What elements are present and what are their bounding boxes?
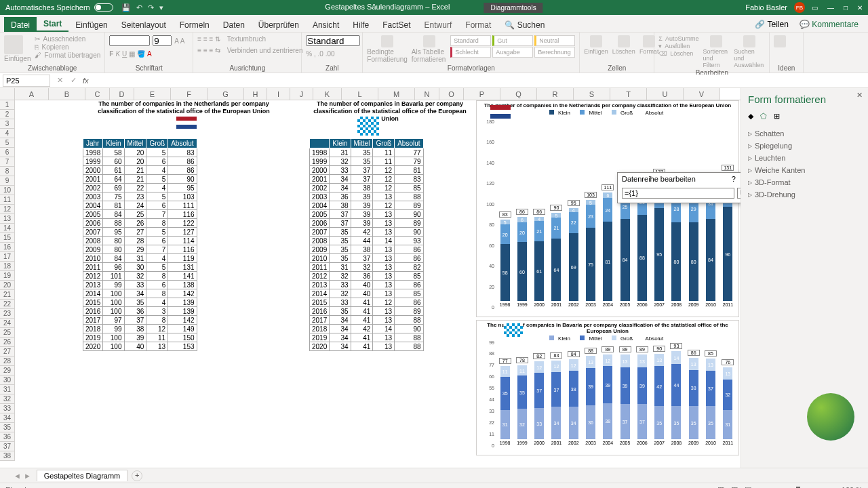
- col-header[interactable]: M: [378, 88, 415, 100]
- style-bad[interactable]: Schlecht: [450, 47, 491, 58]
- format-painter-button[interactable]: 🖌 Format übertragen: [35, 52, 100, 59]
- row-header[interactable]: 36: [0, 432, 15, 442]
- size-box[interactable]: [153, 35, 172, 46]
- row-header[interactable]: 25: [0, 328, 15, 338]
- edit-series-dialog[interactable]: Datenreihe bearbeiten ? ✕ ▦: [617, 172, 753, 203]
- pane-section[interactable]: Leuchten: [748, 152, 861, 164]
- table-row[interactable]: 201834421490: [310, 325, 424, 333]
- minimize-icon[interactable]: —: [827, 4, 834, 12]
- ideas-icon[interactable]: [774, 35, 786, 47]
- col-header[interactable]: O: [439, 88, 464, 100]
- row-header[interactable]: 13: [0, 214, 15, 224]
- tab-format[interactable]: Format: [458, 17, 498, 32]
- row-header[interactable]: 2: [0, 110, 15, 119]
- col-header[interactable]: I: [267, 88, 290, 100]
- row-header[interactable]: 5: [0, 138, 15, 148]
- formula-input[interactable]: [92, 75, 868, 87]
- save-icon[interactable]: 💾: [121, 3, 131, 12]
- conditional-format-icon[interactable]: [381, 35, 393, 47]
- table-row[interactable]: 19985820583: [83, 148, 197, 157]
- table-row[interactable]: 201333401386: [310, 281, 424, 289]
- table-row[interactable]: 200481246111: [83, 201, 197, 210]
- table-row[interactable]: 200375235103: [83, 192, 197, 201]
- table-row[interactable]: 20201004013153: [83, 342, 197, 351]
- wrap-text[interactable]: Textumbruch: [227, 35, 266, 43]
- pane-close-icon[interactable]: ✕: [856, 91, 863, 100]
- close-icon[interactable]: ✕: [857, 4, 863, 12]
- tab-layout[interactable]: Seitenlayout: [115, 17, 173, 32]
- row-header[interactable]: 26: [0, 338, 15, 347]
- row-header[interactable]: 6: [0, 148, 15, 157]
- sort-filter-icon[interactable]: [710, 35, 722, 47]
- row-header[interactable]: 12: [0, 205, 15, 214]
- view-break-icon[interactable]: ▤: [745, 485, 751, 488]
- user-name[interactable]: Fabio Basler: [745, 3, 787, 12]
- pane-section[interactable]: Schatten: [748, 127, 861, 140]
- table-row[interactable]: 20016421590: [83, 175, 197, 184]
- table-row[interactable]: 200134371283: [310, 175, 424, 184]
- number-format[interactable]: [306, 35, 360, 46]
- table-row[interactable]: 201934411388: [310, 333, 424, 342]
- fill-tab-icon[interactable]: ◆: [748, 112, 753, 121]
- row-header[interactable]: 19: [0, 271, 15, 281]
- fill-button[interactable]: ▾ Ausfüllen: [658, 43, 698, 49]
- sheet-next-icon[interactable]: ►: [24, 472, 31, 480]
- col-header[interactable]: B: [49, 88, 85, 100]
- row-header[interactable]: 29: [0, 366, 15, 375]
- table-row[interactable]: 199831351177: [310, 148, 424, 157]
- zoom-out-icon[interactable]: −: [758, 486, 762, 489]
- col-header[interactable]: E: [134, 88, 171, 100]
- qat-dropdown-icon[interactable]: ▾: [159, 3, 163, 12]
- col-header[interactable]: U: [647, 88, 684, 100]
- row-header[interactable]: 18: [0, 262, 15, 271]
- row-header[interactable]: 37: [0, 442, 15, 451]
- row-header[interactable]: 17: [0, 252, 15, 262]
- col-header[interactable]: R: [537, 88, 574, 100]
- comments-button[interactable]: 💬 Kommentare: [794, 17, 864, 32]
- table-row[interactable]: 201131321382: [310, 263, 424, 272]
- chart-bavaria[interactable]: The number of companies in Bavaria per c…: [476, 320, 739, 455]
- row-header[interactable]: 7: [0, 157, 15, 167]
- autosave-toggle[interactable]: [94, 3, 113, 12]
- table-row[interactable]: 2018993812149: [83, 325, 197, 333]
- col-header[interactable]: V: [684, 88, 720, 100]
- table-row[interactable]: 201635411389: [310, 307, 424, 316]
- table-row[interactable]: 200033371281: [310, 166, 424, 175]
- row-header[interactable]: 9: [0, 176, 15, 186]
- col-header[interactable]: C: [85, 88, 110, 100]
- add-sheet-button[interactable]: +: [132, 470, 142, 481]
- col-header[interactable]: G: [208, 88, 244, 100]
- tab-factset[interactable]: FactSet: [376, 17, 417, 32]
- sheet-prev-icon[interactable]: ◄: [14, 472, 21, 480]
- tab-data[interactable]: Daten: [216, 17, 252, 32]
- col-header[interactable]: L: [342, 88, 378, 100]
- font-box[interactable]: [109, 35, 150, 46]
- table-row[interactable]: 200637391389: [310, 219, 424, 228]
- style-standard[interactable]: Standard: [450, 35, 491, 46]
- table-row[interactable]: 200935381386: [310, 245, 424, 254]
- row-header[interactable]: 24: [0, 319, 15, 328]
- col-header[interactable]: H: [244, 88, 267, 100]
- table-bavaria[interactable]: KleinMittelGroßAbsolut199831351177199932…: [309, 138, 424, 351]
- row-header[interactable]: 20: [0, 281, 15, 290]
- table-row[interactable]: 200438391289: [310, 201, 424, 210]
- table-row[interactable]: 20006121486: [83, 166, 197, 175]
- row-header[interactable]: 21: [0, 290, 15, 300]
- table-row[interactable]: 200880286114: [83, 237, 197, 245]
- row-header[interactable]: 28: [0, 357, 15, 366]
- table-row[interactable]: 201399336138: [83, 281, 197, 289]
- pane-section[interactable]: Weiche Kanten: [748, 164, 861, 176]
- table-row[interactable]: 20191003911150: [83, 333, 197, 342]
- table-row[interactable]: 201035371386: [310, 254, 424, 263]
- row-header[interactable]: 30: [0, 375, 15, 385]
- col-header[interactable]: P: [464, 88, 500, 100]
- zoom-in-icon[interactable]: +: [830, 486, 834, 489]
- tab-help[interactable]: Hilfe: [346, 17, 376, 32]
- table-row[interactable]: 199932351179: [310, 157, 424, 166]
- table-row[interactable]: 200584257116: [83, 210, 197, 219]
- share-button[interactable]: 🔗 Teilen: [749, 17, 793, 32]
- merge-center[interactable]: Verbinden und zentrieren: [227, 47, 303, 54]
- pane-section[interactable]: 3D-Drehung: [748, 188, 861, 201]
- col-header[interactable]: F: [171, 88, 208, 100]
- zoom-level[interactable]: 100 %: [842, 486, 863, 489]
